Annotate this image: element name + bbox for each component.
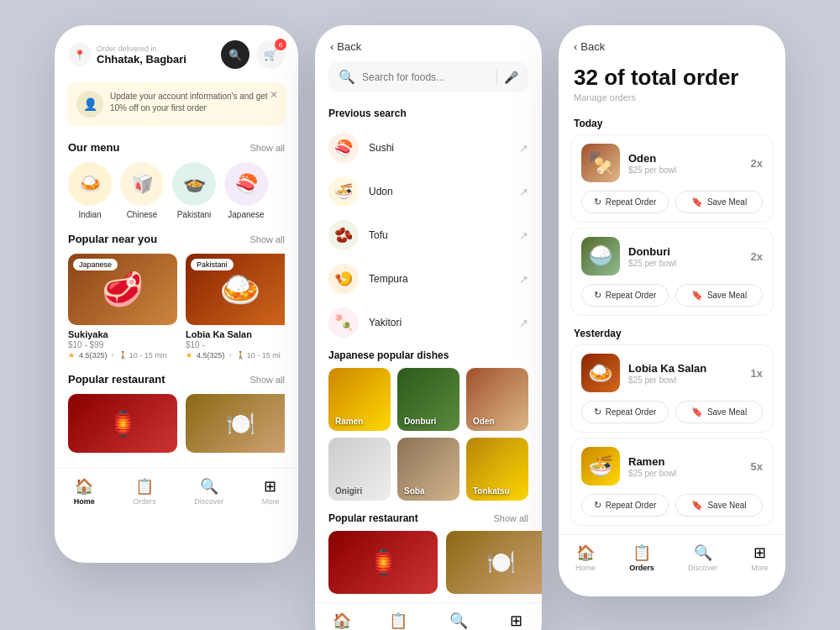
bookmark-icon-4: 🔖 <box>691 500 703 511</box>
oden-save-button[interactable]: 🔖 Save Meal <box>675 191 763 213</box>
menu-item-indian[interactable]: 🍛 Indian <box>68 162 112 219</box>
home-header: 📍 Order delivered in Chhatak, Bagbari 🔍 … <box>55 25 298 76</box>
dish-ramen[interactable]: Ramen <box>328 368 391 431</box>
nav-orders[interactable]: 📋 Orders <box>133 477 156 506</box>
discover-icon-2: 🔍 <box>449 612 468 630</box>
dishes-grid: Ramen Donburi Oden Onigiri Soba Tonkatsu <box>315 368 542 509</box>
nav-discover-3[interactable]: 🔍 Discover <box>688 543 717 572</box>
oden-repeat-button[interactable]: ↻ Repeat Order <box>581 191 669 213</box>
cart-button[interactable]: 🛒 6 <box>256 40 285 69</box>
menu-label-pakistani: Pakistani <box>177 210 212 219</box>
popular-restaurant-show-all[interactable]: Show all <box>249 375 285 385</box>
lobia-repeat-button[interactable]: ↻ Repeat Order <box>581 401 669 423</box>
repeat-icon: ↻ <box>594 197 601 207</box>
search-item-udon[interactable]: 🍜 Udon ↗ <box>315 170 542 213</box>
menu-item-pakistani[interactable]: 🍲 Pakistani <box>172 162 216 219</box>
discover-label-3: Discover <box>688 564 717 572</box>
nav-orders-2[interactable]: 📋 Orders <box>386 612 410 630</box>
orders-nav-icon: 📋 <box>135 477 154 496</box>
menu-item-chinese[interactable]: 🥡 Chinese <box>120 162 164 219</box>
lobia-repeat-label: Repeat Order <box>606 407 657 417</box>
restaurant-image-2: 🍽️ <box>186 394 285 453</box>
bookmark-icon-2: 🔖 <box>691 290 703 301</box>
bookmark-icon: 🔖 <box>691 197 703 207</box>
popular-restaurant-header: Popular restaurant Show all <box>68 373 285 386</box>
promo-banner: 👤 Update your account information's and … <box>66 82 286 126</box>
popular-near-section: Popular near you Show all Japanese 🥩 Suk… <box>55 224 298 365</box>
orders-icon-2: 📋 <box>389 612 407 630</box>
restaurant-grid: 🏮 🍽️ <box>68 394 285 453</box>
search-item-sushi[interactable]: 🍣 Sushi ↗ <box>315 126 542 170</box>
menu-item-japanese[interactable]: 🍣 Japanese <box>224 162 268 219</box>
restaurant-thumb-1-search[interactable]: 🏮 <box>328 531 438 594</box>
star-icon: ★ <box>68 351 75 360</box>
nav-discover-2[interactable]: 🔍 Discover <box>444 612 473 630</box>
order-label: Order delivered in <box>97 45 186 53</box>
ramen-save-button[interactable]: 🔖 Save Neal <box>675 494 763 517</box>
nav-more-2[interactable]: ⊞ More <box>507 612 525 630</box>
nav-home-2[interactable]: 🏠 Home <box>332 612 352 630</box>
menu-icon-pakistani: 🍲 <box>172 162 216 206</box>
back-button-orders[interactable]: ‹ Back <box>574 40 605 53</box>
restaurant-thumb-2-search[interactable]: 🍽️ <box>446 531 542 594</box>
discover-nav-label: Discover <box>194 497 223 506</box>
donburi-save-button[interactable]: 🔖 Save Meal <box>675 284 763 307</box>
repeat-icon-4: ↻ <box>594 500 601 511</box>
oden-repeat-label: Repeat Order <box>606 197 657 207</box>
nav-home[interactable]: 🏠 Home <box>74 477 95 506</box>
mic-icon[interactable]: 🎤 <box>504 71 518 84</box>
more-nav-icon: ⊞ <box>264 477 276 496</box>
lobia-save-button[interactable]: 🔖 Save Meal <box>675 401 763 423</box>
show-all-restaurant[interactable]: Show all <box>493 513 528 523</box>
back-button[interactable]: ‹ Back <box>330 40 361 53</box>
donburi-actions: ↻ Repeat Order 🔖 Save Meal <box>581 284 763 307</box>
popular-card-sukiyaka[interactable]: Japanese 🥩 Sukiyaka $10 - $99 ★ 4.5(325)… <box>68 254 177 360</box>
orders-header: ‹ Back <box>559 25 785 61</box>
search-input[interactable] <box>362 71 490 83</box>
search-header: ‹ Back <box>315 25 542 61</box>
donburi-save-label: Save Meal <box>707 291 747 300</box>
ramen-repeat-button[interactable]: ↻ Repeat Order <box>581 494 669 517</box>
nav-more[interactable]: ⊞ More <box>262 477 280 506</box>
lobia-price: $10 - <box>186 340 285 349</box>
popular-dishes-label: Japanese popular dishes <box>315 344 542 368</box>
donburi-name: Donburi <box>628 245 743 258</box>
lobia-save-label: Save Meal <box>707 407 747 417</box>
nav-discover[interactable]: 🔍 Discover <box>194 477 223 506</box>
nav-more-3[interactable]: ⊞ More <box>751 543 769 572</box>
nav-orders-3[interactable]: 📋 Orders <box>629 543 654 572</box>
donburi-repeat-button[interactable]: ↻ Repeat Order <box>581 284 669 307</box>
restaurant-row-search: 🏮 🍽️ <box>315 531 542 594</box>
search-item-yakitori[interactable]: 🍡 Yakitori ↗ <box>315 301 542 344</box>
close-banner-button[interactable]: ✕ <box>270 89 278 101</box>
search-button[interactable]: 🔍 <box>221 40 249 69</box>
dish-donburi[interactable]: Donburi <box>397 368 459 431</box>
back-arrow-orders-icon: ‹ <box>574 40 577 53</box>
nav-home-3[interactable]: 🏠 Home <box>575 543 596 572</box>
search-bar[interactable]: 🔍 🎤 <box>328 61 528 92</box>
oden-info: Oden $25 per bowl <box>628 152 743 175</box>
search-item-tempura[interactable]: 🍤 Tempura ↗ <box>315 257 542 301</box>
menu-title: Our menu <box>68 141 119 154</box>
cart-badge: 6 <box>275 39 286 50</box>
lobia-image: Pakistani 🍛 <box>186 254 285 325</box>
restaurant-card-2[interactable]: 🍽️ <box>186 394 285 453</box>
tofu-name: Tofu <box>369 229 509 241</box>
orders-subtitle: Manage orders <box>559 92 785 111</box>
restaurant-card-1[interactable]: 🏮 <box>68 394 177 453</box>
popular-near-show-all[interactable]: Show all <box>249 234 285 244</box>
star-icon-2: ★ <box>186 351 192 360</box>
popular-card-lobia[interactable]: Pakistani 🍛 Lobia Ka Salan $10 - ★ 4.5(3… <box>186 254 285 360</box>
oden-qty: 2x <box>751 157 763 170</box>
menu-section: Our menu Show all 🍛 Indian 🥡 Chinese 🍲 P… <box>55 133 298 224</box>
search-item-tofu[interactable]: 🫘 Tofu ↗ <box>315 213 542 257</box>
dish-tonkatsu[interactable]: Tonkatsu <box>466 438 528 501</box>
menu-show-all[interactable]: Show all <box>249 143 285 153</box>
dish-onigiri[interactable]: Onigiri <box>328 438 391 501</box>
home-label-3: Home <box>575 564 596 572</box>
dish-soba[interactable]: Soba <box>397 438 459 501</box>
phone-search: ‹ Back 🔍 🎤 Previous search 🍣 Sushi ↗ 🍜 U… <box>315 25 542 630</box>
dish-oden[interactable]: Oden <box>466 368 528 431</box>
ramen-order-image: 🍜 <box>581 447 620 486</box>
yakitori-thumb: 🍡 <box>328 307 359 338</box>
